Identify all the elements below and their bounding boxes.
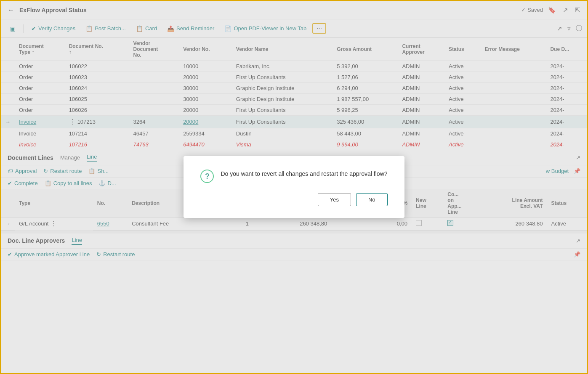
dialog-yes-button[interactable]: Yes — [318, 193, 351, 206]
app-frame: ← ExFlow Approval Status ✓ Saved 🔖 ↗ ⇱ ▣… — [0, 0, 588, 374]
dialog-message: Do you want to revert all changes and re… — [221, 170, 387, 178]
dialog-body: ? Do you want to revert all changes and … — [200, 170, 387, 183]
confirm-dialog: ? Do you want to revert all changes and … — [184, 156, 404, 218]
dialog-buttons: Yes No — [200, 193, 387, 206]
dialog-overlay: ? Do you want to revert all changes and … — [1, 1, 587, 373]
dialog-no-button[interactable]: No — [356, 193, 388, 206]
dialog-question-icon: ? — [200, 170, 214, 183]
